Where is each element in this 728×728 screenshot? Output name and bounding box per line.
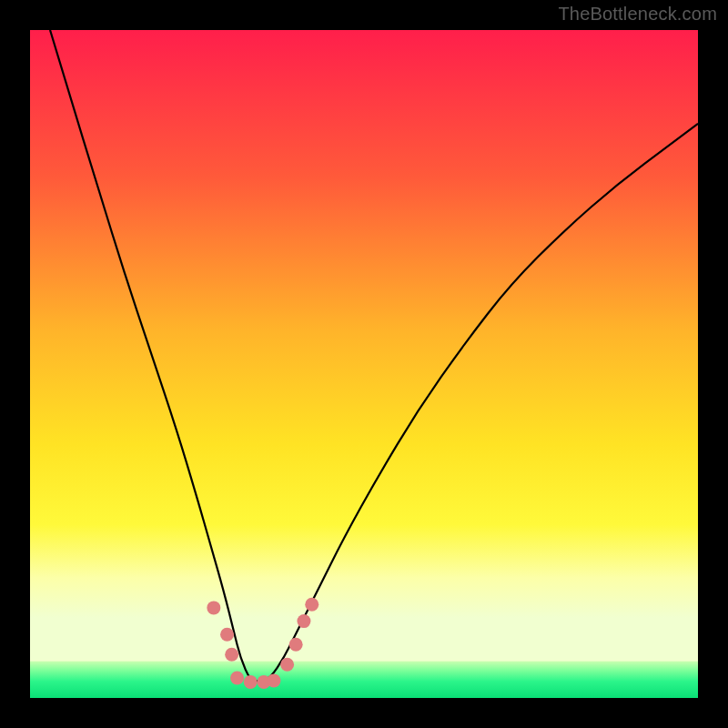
data-marker: [297, 614, 310, 628]
data-marker: [289, 638, 303, 652]
bottleneck-chart: [30, 30, 698, 698]
chart-frame: TheBottleneck.com: [0, 0, 728, 728]
watermark-text: TheBottleneck.com: [558, 4, 717, 25]
data-marker: [220, 628, 234, 642]
data-marker: [225, 648, 238, 662]
data-marker: [244, 675, 258, 689]
green-band: [30, 662, 698, 698]
gradient-background: [30, 30, 698, 698]
data-marker: [280, 658, 294, 672]
plot-area: [30, 30, 698, 698]
data-marker: [305, 598, 318, 612]
data-marker: [267, 673, 280, 687]
data-marker: [207, 601, 220, 614]
data-marker: [230, 671, 244, 684]
